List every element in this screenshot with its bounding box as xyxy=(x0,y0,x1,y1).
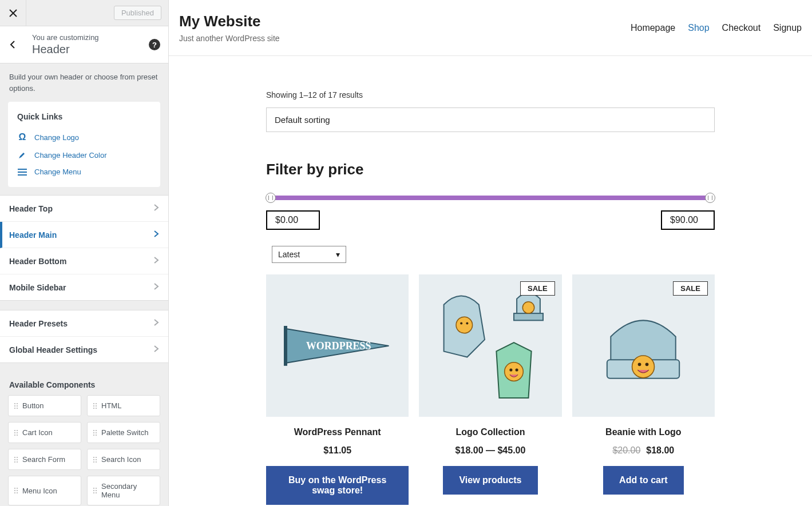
nav-checkout[interactable]: Checkout xyxy=(722,23,761,33)
nav-homepage[interactable]: Homepage xyxy=(631,23,675,33)
sale-badge: SALE xyxy=(520,281,555,296)
nav-header-main[interactable]: Header Main xyxy=(0,222,168,248)
price-range-row: $0.00 $90.00 xyxy=(266,210,715,230)
sort-latest-label: Latest xyxy=(278,250,300,259)
nav-global-header-settings[interactable]: Global Header Settings xyxy=(0,337,168,362)
svg-text:WORDPRESS: WORDPRESS xyxy=(306,340,371,352)
product-price: $11.05 xyxy=(266,445,409,456)
svg-rect-6 xyxy=(284,326,287,366)
old-price: $20.00 xyxy=(612,445,640,455)
grip-icon xyxy=(14,457,18,463)
svg-point-13 xyxy=(504,362,523,381)
grip-icon xyxy=(93,488,97,493)
nav-signup[interactable]: Signup xyxy=(773,23,802,33)
quick-links-title: Quick Links xyxy=(17,112,151,121)
header-settings-nav: Header Presets Global Header Settings xyxy=(0,310,168,363)
close-button[interactable] xyxy=(0,0,26,26)
price-slider[interactable] xyxy=(266,196,715,200)
nav-mobile-sidebar[interactable]: Mobile Sidebar xyxy=(0,274,168,300)
quick-links-panel: Quick Links Ω Change Logo Change Header … xyxy=(8,102,160,187)
svg-point-17 xyxy=(632,356,655,378)
chevron-right-icon xyxy=(153,204,159,213)
customizing-label: You are customizing xyxy=(32,33,149,42)
sort-dropdown[interactable]: Default sorting xyxy=(266,107,715,132)
grip-icon xyxy=(14,403,18,409)
buy-button[interactable]: Buy on the WordPress swag store! xyxy=(266,466,409,505)
svg-point-8 xyxy=(456,317,473,334)
component-palette-switch[interactable]: Palette Switch xyxy=(87,422,160,443)
component-cart-icon[interactable]: Cart Icon xyxy=(8,422,81,443)
live-preview: My Website Just another WordPress site H… xyxy=(169,0,812,506)
quick-link-change-menu[interactable]: Change Menu xyxy=(17,164,151,180)
component-search-form[interactable]: Search Form xyxy=(8,449,81,470)
brush-icon xyxy=(17,150,27,160)
site-header: My Website Just another WordPress site H… xyxy=(169,0,812,56)
nav-shop[interactable]: Shop xyxy=(688,23,709,33)
help-icon[interactable]: ? xyxy=(149,39,160,50)
chevron-down-icon: ▾ xyxy=(336,250,340,259)
nav-header-bottom[interactable]: Header Bottom xyxy=(0,248,168,274)
site-title[interactable]: My Website xyxy=(179,13,280,30)
product-name[interactable]: Beanie with Logo xyxy=(572,427,715,437)
view-products-button[interactable]: View products xyxy=(443,466,537,495)
product-image[interactable]: WORDPRESS xyxy=(266,274,409,417)
svg-rect-11 xyxy=(514,314,543,321)
price-max[interactable]: $90.00 xyxy=(661,210,715,230)
slider-handle-min[interactable] xyxy=(266,193,276,203)
published-button[interactable]: Published xyxy=(114,6,161,20)
svg-point-14 xyxy=(509,369,512,372)
grip-icon xyxy=(14,430,18,436)
header-sections-nav: Header Top Header Main Header Bottom Mob… xyxy=(0,195,168,301)
component-label: Secondary Menu xyxy=(101,482,154,499)
nav-header-presets[interactable]: Header Presets xyxy=(0,310,168,337)
nav-label: Global Header Settings xyxy=(9,345,97,354)
svg-point-9 xyxy=(460,322,462,325)
product-price: $20.00$18.00 xyxy=(572,445,715,456)
components-grid: Button HTML Cart Icon Palette Switch Sea… xyxy=(0,395,168,506)
component-label: HTML xyxy=(101,401,121,410)
product-image[interactable]: SALE xyxy=(572,274,715,417)
component-search-icon[interactable]: Search Icon xyxy=(87,449,160,470)
grip-icon xyxy=(93,403,97,409)
product-name[interactable]: WordPress Pennant xyxy=(266,427,409,437)
quick-link-change-color[interactable]: Change Header Color xyxy=(17,146,151,164)
pennant-illustration: WORDPRESS xyxy=(280,323,394,369)
product-image[interactable]: SALE xyxy=(419,274,561,417)
component-label: Search Icon xyxy=(101,455,141,464)
components-title: Available Components xyxy=(0,372,168,395)
quick-link-label: Change Header Color xyxy=(34,151,106,160)
price-min[interactable]: $0.00 xyxy=(266,210,320,230)
svg-point-10 xyxy=(466,322,468,325)
product-card: SALE xyxy=(419,274,561,505)
chevron-right-icon xyxy=(153,345,159,354)
component-button[interactable]: Button xyxy=(8,395,81,416)
slider-track xyxy=(266,196,715,200)
add-to-cart-button[interactable]: Add to cart xyxy=(603,466,683,495)
svg-point-19 xyxy=(645,362,649,366)
back-button[interactable] xyxy=(0,40,26,49)
section-title: Header xyxy=(32,43,149,56)
nav-header-top[interactable]: Header Top xyxy=(0,196,168,222)
svg-point-15 xyxy=(515,369,518,372)
slider-handle-max[interactable] xyxy=(705,193,715,203)
chevron-right-icon xyxy=(153,230,159,240)
component-label: Menu Icon xyxy=(22,487,57,495)
product-grid: WORDPRESS WordPress Pennant $11.05 Buy o… xyxy=(266,274,715,505)
component-menu-icon[interactable]: Menu Icon xyxy=(8,476,81,505)
quick-link-label: Change Menu xyxy=(34,168,81,176)
site-tagline: Just another WordPress site xyxy=(179,34,280,43)
sort-latest-dropdown[interactable]: Latest ▾ xyxy=(272,246,346,263)
product-card: SALE Beanie with Logo $20.00$18.00 xyxy=(572,274,715,505)
filter-title: Filter by price xyxy=(266,161,715,178)
component-secondary-menu[interactable]: Secondary Menu xyxy=(87,476,160,505)
product-name[interactable]: Logo Collection xyxy=(419,427,561,437)
beanie-illustration xyxy=(597,304,690,388)
sidebar-topbar: Published xyxy=(0,0,168,26)
apparel-illustration xyxy=(426,281,554,409)
quick-link-change-logo[interactable]: Ω Change Logo xyxy=(17,128,151,146)
nav-label: Header Main xyxy=(9,230,57,240)
component-html[interactable]: HTML xyxy=(87,395,160,416)
primary-nav: Homepage Shop Checkout Signup xyxy=(631,23,802,33)
sale-badge: SALE xyxy=(673,281,708,296)
nav-label: Header Top xyxy=(9,204,53,213)
